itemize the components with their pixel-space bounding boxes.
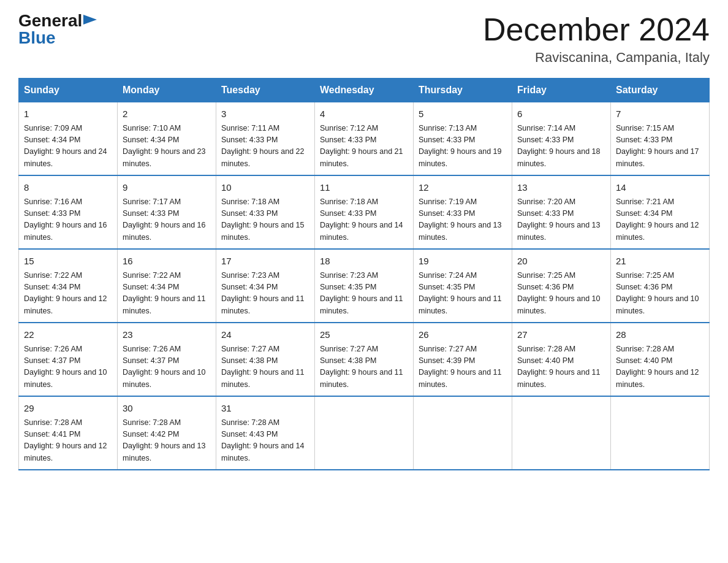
- day-info: Sunrise: 7:18 AMSunset: 4:33 PMDaylight:…: [221, 196, 309, 244]
- calendar-cell: 14Sunrise: 7:21 AMSunset: 4:34 PMDayligh…: [611, 175, 710, 249]
- day-info: Sunrise: 7:18 AMSunset: 4:33 PMDaylight:…: [320, 196, 408, 244]
- day-info: Sunrise: 7:21 AMSunset: 4:34 PMDaylight:…: [616, 196, 704, 244]
- day-number: 27: [517, 328, 605, 342]
- day-info: Sunrise: 7:27 AMSunset: 4:39 PMDaylight:…: [419, 343, 507, 391]
- day-number: 9: [123, 181, 211, 195]
- day-info: Sunrise: 7:14 AMSunset: 4:33 PMDaylight:…: [517, 123, 605, 170]
- day-number: 8: [24, 181, 112, 195]
- calendar-cell: 29Sunrise: 7:28 AMSunset: 4:41 PMDayligh…: [19, 396, 118, 470]
- calendar-cell: 21Sunrise: 7:25 AMSunset: 4:36 PMDayligh…: [611, 249, 710, 323]
- day-number: 18: [320, 255, 408, 269]
- day-info: Sunrise: 7:22 AMSunset: 4:34 PMDaylight:…: [123, 270, 211, 318]
- calendar-cell: 13Sunrise: 7:20 AMSunset: 4:33 PMDayligh…: [512, 175, 611, 249]
- day-number: 3: [221, 107, 309, 121]
- day-info: Sunrise: 7:19 AMSunset: 4:33 PMDaylight:…: [419, 196, 507, 244]
- header-tuesday: Tuesday: [216, 79, 315, 102]
- calendar-cell: 1Sunrise: 7:09 AMSunset: 4:34 PMDaylight…: [19, 102, 118, 176]
- day-info: Sunrise: 7:13 AMSunset: 4:33 PMDaylight:…: [419, 123, 507, 170]
- day-number: 31: [221, 402, 309, 416]
- day-info: Sunrise: 7:16 AMSunset: 4:33 PMDaylight:…: [24, 196, 112, 244]
- page-header: General Blue December 2024 Raviscanina, …: [18, 12, 710, 66]
- day-number: 2: [123, 107, 211, 121]
- day-number: 14: [616, 181, 704, 195]
- calendar-cell: 4Sunrise: 7:12 AMSunset: 4:33 PMDaylight…: [315, 102, 414, 176]
- day-number: 17: [221, 255, 309, 269]
- calendar-cell: 11Sunrise: 7:18 AMSunset: 4:33 PMDayligh…: [315, 175, 414, 249]
- calendar-cell: 12Sunrise: 7:19 AMSunset: 4:33 PMDayligh…: [414, 175, 512, 249]
- day-number: 21: [616, 255, 704, 269]
- day-number: 23: [123, 328, 211, 342]
- calendar-cell: [611, 396, 710, 470]
- day-number: 29: [24, 402, 112, 416]
- day-number: 11: [320, 181, 408, 195]
- day-number: 25: [320, 328, 408, 342]
- calendar-cell: 25Sunrise: 7:27 AMSunset: 4:38 PMDayligh…: [315, 323, 414, 396]
- calendar-cell: [414, 396, 512, 470]
- header-wednesday: Wednesday: [315, 79, 414, 102]
- calendar-table: SundayMondayTuesdayWednesdayThursdayFrid…: [18, 78, 710, 470]
- calendar-cell: 7Sunrise: 7:15 AMSunset: 4:33 PMDaylight…: [611, 102, 710, 176]
- calendar-cell: 9Sunrise: 7:17 AMSunset: 4:33 PMDaylight…: [118, 175, 216, 249]
- day-number: 22: [24, 328, 112, 342]
- day-number: 20: [517, 255, 605, 269]
- day-number: 13: [517, 181, 605, 195]
- calendar-week-row: 8Sunrise: 7:16 AMSunset: 4:33 PMDaylight…: [19, 175, 710, 249]
- calendar-week-row: 22Sunrise: 7:26 AMSunset: 4:37 PMDayligh…: [19, 323, 710, 396]
- header-sunday: Sunday: [19, 79, 118, 102]
- calendar-cell: 31Sunrise: 7:28 AMSunset: 4:43 PMDayligh…: [216, 396, 315, 470]
- calendar-week-row: 29Sunrise: 7:28 AMSunset: 4:41 PMDayligh…: [19, 396, 710, 470]
- logo: General Blue: [18, 12, 97, 47]
- calendar-cell: 20Sunrise: 7:25 AMSunset: 4:36 PMDayligh…: [512, 249, 611, 323]
- calendar-cell: 8Sunrise: 7:16 AMSunset: 4:33 PMDaylight…: [19, 175, 118, 249]
- day-number: 6: [517, 107, 605, 121]
- day-info: Sunrise: 7:10 AMSunset: 4:34 PMDaylight:…: [123, 123, 211, 170]
- day-info: Sunrise: 7:17 AMSunset: 4:33 PMDaylight:…: [123, 196, 211, 244]
- day-info: Sunrise: 7:26 AMSunset: 4:37 PMDaylight:…: [24, 343, 112, 391]
- day-info: Sunrise: 7:15 AMSunset: 4:33 PMDaylight:…: [616, 123, 704, 170]
- svg-marker-0: [83, 15, 97, 25]
- day-info: Sunrise: 7:27 AMSunset: 4:38 PMDaylight:…: [221, 343, 309, 391]
- day-info: Sunrise: 7:23 AMSunset: 4:35 PMDaylight:…: [320, 270, 408, 318]
- calendar-cell: [315, 396, 414, 470]
- title-block: December 2024 Raviscanina, Campania, Ita…: [483, 12, 710, 66]
- day-number: 28: [616, 328, 704, 342]
- calendar-week-row: 15Sunrise: 7:22 AMSunset: 4:34 PMDayligh…: [19, 249, 710, 323]
- calendar-cell: [512, 396, 611, 470]
- day-info: Sunrise: 7:26 AMSunset: 4:37 PMDaylight:…: [123, 343, 211, 391]
- day-info: Sunrise: 7:09 AMSunset: 4:34 PMDaylight:…: [24, 123, 112, 170]
- calendar-cell: 28Sunrise: 7:28 AMSunset: 4:40 PMDayligh…: [611, 323, 710, 396]
- calendar-cell: 27Sunrise: 7:28 AMSunset: 4:40 PMDayligh…: [512, 323, 611, 396]
- calendar-cell: 3Sunrise: 7:11 AMSunset: 4:33 PMDaylight…: [216, 102, 315, 176]
- day-info: Sunrise: 7:24 AMSunset: 4:35 PMDaylight:…: [419, 270, 507, 318]
- logo-general-text: General: [18, 12, 82, 29]
- day-number: 26: [419, 328, 507, 342]
- logo-arrow-icon: [83, 15, 97, 28]
- day-number: 10: [221, 181, 309, 195]
- day-number: 12: [419, 181, 507, 195]
- day-info: Sunrise: 7:23 AMSunset: 4:34 PMDaylight:…: [221, 270, 309, 318]
- header-friday: Friday: [512, 79, 611, 102]
- header-saturday: Saturday: [611, 79, 710, 102]
- day-number: 7: [616, 107, 704, 121]
- day-info: Sunrise: 7:27 AMSunset: 4:38 PMDaylight:…: [320, 343, 408, 391]
- day-info: Sunrise: 7:25 AMSunset: 4:36 PMDaylight:…: [616, 270, 704, 318]
- day-info: Sunrise: 7:28 AMSunset: 4:43 PMDaylight:…: [221, 417, 309, 465]
- day-info: Sunrise: 7:25 AMSunset: 4:36 PMDaylight:…: [517, 270, 605, 318]
- day-number: 15: [24, 255, 112, 269]
- calendar-cell: 17Sunrise: 7:23 AMSunset: 4:34 PMDayligh…: [216, 249, 315, 323]
- day-number: 1: [24, 107, 112, 121]
- calendar-cell: 26Sunrise: 7:27 AMSunset: 4:39 PMDayligh…: [414, 323, 512, 396]
- day-info: Sunrise: 7:20 AMSunset: 4:33 PMDaylight:…: [517, 196, 605, 244]
- month-year-title: December 2024: [483, 12, 710, 47]
- day-info: Sunrise: 7:12 AMSunset: 4:33 PMDaylight:…: [320, 123, 408, 170]
- calendar-cell: 16Sunrise: 7:22 AMSunset: 4:34 PMDayligh…: [118, 249, 216, 323]
- logo-blue-text: Blue: [18, 29, 56, 47]
- calendar-cell: 19Sunrise: 7:24 AMSunset: 4:35 PMDayligh…: [414, 249, 512, 323]
- calendar-cell: 22Sunrise: 7:26 AMSunset: 4:37 PMDayligh…: [19, 323, 118, 396]
- calendar-cell: 30Sunrise: 7:28 AMSunset: 4:42 PMDayligh…: [118, 396, 216, 470]
- location-subtitle: Raviscanina, Campania, Italy: [483, 50, 710, 66]
- day-info: Sunrise: 7:28 AMSunset: 4:40 PMDaylight:…: [616, 343, 704, 391]
- calendar-cell: 10Sunrise: 7:18 AMSunset: 4:33 PMDayligh…: [216, 175, 315, 249]
- calendar-header-row: SundayMondayTuesdayWednesdayThursdayFrid…: [19, 79, 710, 102]
- calendar-cell: 2Sunrise: 7:10 AMSunset: 4:34 PMDaylight…: [118, 102, 216, 176]
